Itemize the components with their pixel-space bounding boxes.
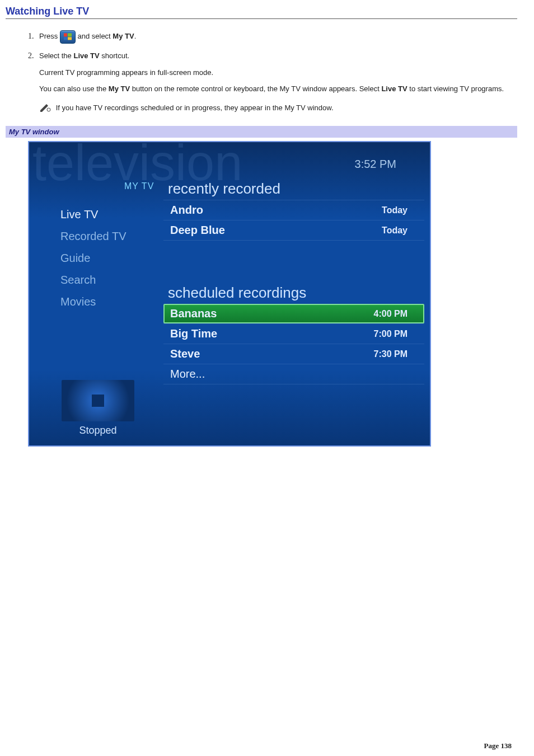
recent-time-1: Today [382, 226, 407, 236]
steps-list: Press and select My TV. Select the Live … [6, 30, 517, 93]
sidebar-item-search[interactable]: Search [57, 269, 158, 291]
step-2: Select the Live TV shortcut. Current TV … [36, 51, 517, 93]
step2-prefix: Select the [39, 51, 73, 60]
step1-bold: My TV [113, 32, 134, 40]
my-tv-window-screenshot: television 3:52 PM MY TV Live TV Recorde… [28, 141, 431, 447]
scheduled-row-2[interactable]: Steve 7:30 PM [163, 344, 424, 364]
step2-bold: Live TV [73, 51, 99, 60]
mc-main: recently recorded Andro Today Deep Blue … [163, 176, 424, 440]
stop-icon [92, 395, 104, 407]
recent-time-0: Today [382, 205, 407, 215]
p2a: You can also use the [39, 84, 109, 93]
svg-point-0 [47, 108, 50, 111]
recent-row-1[interactable]: Deep Blue Today [163, 220, 424, 240]
sched-title-0: Bananas [170, 307, 217, 320]
scheduled-row-1[interactable]: Big Time 7:00 PM [163, 323, 424, 344]
note-row: If you have TV recordings scheduled or i… [39, 103, 517, 114]
step2-suffix: shortcut. [101, 51, 129, 60]
pencil-note-icon [39, 103, 51, 114]
recently-recorded-list: Andro Today Deep Blue Today [163, 200, 424, 241]
recent-title-0: Andro [170, 204, 203, 217]
sched-title-3: More... [170, 368, 205, 381]
screenshot-caption: My TV window [6, 126, 517, 138]
mc-sidebar: Live TV Recorded TV Guide Search Movies [57, 204, 158, 313]
p2b: My TV [109, 84, 130, 93]
recent-row-0[interactable]: Andro Today [163, 200, 424, 220]
section-title: Watching Live TV [6, 6, 517, 19]
header-mytv-label: MY TV [124, 181, 154, 191]
scheduled-row-0[interactable]: Bananas 4:00 PM [163, 304, 424, 323]
sidebar-item-recorded-tv[interactable]: Recorded TV [57, 226, 158, 247]
sched-title-1: Big Time [170, 327, 217, 340]
sidebar-item-guide[interactable]: Guide [57, 247, 158, 269]
p2e: to start viewing TV programs. [409, 84, 504, 93]
p2d: Live TV [381, 84, 407, 93]
recently-recorded-heading: recently recorded [168, 180, 424, 198]
step1-suffix: and select [77, 32, 113, 40]
scheduled-row-3[interactable]: More... [163, 364, 424, 384]
scheduled-recordings-heading: scheduled recordings [168, 284, 424, 302]
clock-label: 3:52 PM [355, 158, 396, 171]
playback-status: Stopped [56, 380, 140, 436]
playback-status-label: Stopped [56, 425, 140, 436]
sidebar-item-live-tv[interactable]: Live TV [57, 204, 158, 226]
step1-end: . [134, 32, 137, 40]
sched-time-0: 4:00 PM [374, 309, 407, 319]
page-footer: Page 138 [484, 741, 512, 750]
page-number: Page 138 [484, 741, 512, 750]
p2c: button on the remote control or keyboard… [132, 84, 382, 93]
sched-title-2: Steve [170, 348, 200, 360]
note-text: If you have TV recordings scheduled or i… [56, 104, 334, 112]
step1-prefix: Press [39, 32, 60, 40]
playback-thumbnail[interactable] [62, 380, 134, 421]
step2-para2: You can also use the My TV button on the… [39, 84, 517, 93]
scheduled-recordings-list: Bananas 4:00 PM Big Time 7:00 PM Steve 7… [163, 304, 424, 384]
sched-time-2: 7:30 PM [374, 349, 407, 359]
step2-para1: Current TV programming appears in full-s… [39, 68, 517, 77]
recent-title-1: Deep Blue [170, 224, 225, 237]
sidebar-item-movies[interactable]: Movies [57, 291, 158, 313]
step-1: Press and select My TV. [36, 30, 517, 44]
windows-start-icon [60, 30, 76, 44]
sched-time-1: 7:00 PM [374, 329, 407, 339]
